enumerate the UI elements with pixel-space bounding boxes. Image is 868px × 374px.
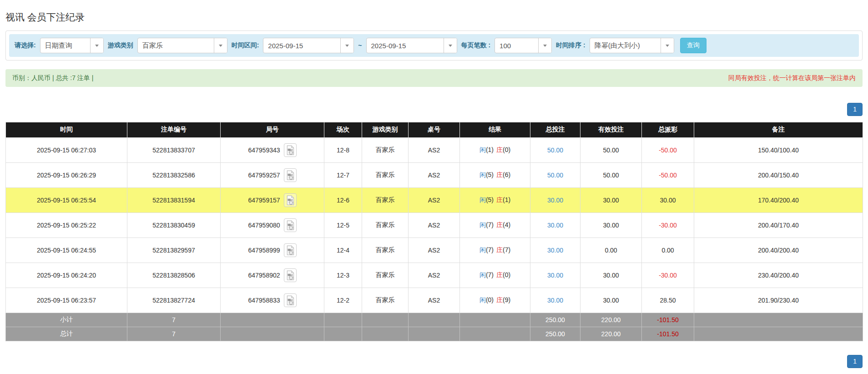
result-player-label: 闲	[479, 296, 486, 303]
cell-remark: 230.40/200.40	[694, 263, 863, 288]
search-button[interactable]: 查询	[680, 38, 707, 53]
bet-records-table: 时间 注单编号 局号 场次 游戏类别 桌号 结果 总投注 有效投注 总派彩 备注…	[5, 122, 863, 341]
result-banker-count: (1)	[503, 196, 510, 203]
video-file-icon	[286, 270, 295, 281]
date-from-select[interactable]: 2025-09-15	[263, 38, 354, 53]
round-id-text: 647958833	[248, 297, 280, 304]
cell-bet-id: 522813828506	[127, 263, 221, 288]
cell-bet-id: 522813832586	[127, 162, 221, 187]
round-id-text: 647958902	[248, 272, 280, 279]
total-bet-link[interactable]: 50.00	[547, 147, 563, 154]
cell-remark: 201.90/230.40	[694, 288, 863, 313]
cell-session: 12-3	[324, 263, 362, 288]
cell-table-id: AS2	[409, 263, 460, 288]
result-player-count: (5)	[486, 196, 494, 203]
cell-bet-id: 522813827724	[127, 288, 221, 313]
cell-round-id: 647959157	[221, 187, 324, 212]
cell-result: 闲(5)庄(6)	[460, 162, 530, 187]
cell-time: 2025-09-15 06:26:29	[6, 162, 127, 187]
cell-payout: -50.00	[642, 162, 694, 187]
cell-table-id: AS2	[409, 187, 460, 212]
video-replay-button[interactable]	[284, 243, 297, 257]
result-player-count: (0)	[486, 296, 494, 303]
result-player-count: (1)	[486, 146, 494, 153]
cell-valid-bet: 50.00	[580, 137, 642, 162]
video-replay-button[interactable]	[284, 218, 297, 232]
cell-valid-bet: 30.00	[580, 263, 642, 288]
game-type-label: 游戏类别	[108, 41, 133, 50]
video-file-icon	[286, 170, 295, 181]
summary-currency-count: 币别：人民币 | 总共 :7 注单 |	[12, 74, 93, 82]
total-bet-link[interactable]: 50.00	[547, 172, 563, 179]
subtotal-label: 小计	[6, 313, 127, 327]
pagination-page-1[interactable]: 1	[847, 355, 863, 368]
date-from-value: 2025-09-15	[263, 38, 340, 53]
pagination-page-1[interactable]: 1	[847, 103, 863, 116]
header-time: 时间	[6, 122, 127, 137]
cell-game-type: 百家乐	[362, 187, 409, 212]
result-banker-count: (4)	[503, 221, 510, 228]
cell-valid-bet: 0.00	[580, 238, 642, 263]
cell-table-id: AS2	[409, 162, 460, 187]
video-replay-button[interactable]	[284, 168, 297, 182]
round-id-text: 647958999	[248, 247, 280, 254]
cell-game-type: 百家乐	[362, 212, 409, 238]
result-banker-label: 庄	[496, 296, 503, 303]
table-row: 2025-09-15 06:26:29 522813832586 6479592…	[6, 162, 863, 187]
cell-bet-id: 522813833707	[127, 137, 221, 162]
chevron-down-icon	[661, 38, 674, 53]
table-row: 2025-09-15 06:27:03 522813833707 6479593…	[6, 137, 863, 162]
result-banker-count: (0)	[503, 271, 510, 278]
pagination-top: 1	[5, 103, 863, 116]
total-bet-link[interactable]: 30.00	[547, 197, 563, 204]
cell-time: 2025-09-15 06:23:57	[6, 288, 127, 313]
table-header-row: 时间 注单编号 局号 场次 游戏类别 桌号 结果 总投注 有效投注 总派彩 备注	[6, 122, 863, 137]
cell-remark: 200.40/200.40	[694, 238, 863, 263]
cell-bet-id: 522813829597	[127, 238, 221, 263]
video-replay-button[interactable]	[284, 143, 297, 157]
total-bet-link[interactable]: 30.00	[547, 247, 563, 254]
date-to-value: 2025-09-15	[367, 38, 444, 53]
date-to-select[interactable]: 2025-09-15	[366, 38, 457, 53]
result-player-label: 闲	[479, 246, 486, 253]
table-row: 2025-09-15 06:23:57 522813827724 6479588…	[6, 288, 863, 313]
mode-select[interactable]: 日期查询	[40, 38, 104, 53]
game-type-select[interactable]: 百家乐	[137, 38, 227, 53]
total-bet-link[interactable]: 30.00	[547, 272, 563, 279]
subtotal-payout: -101.50	[642, 313, 694, 327]
cell-remark: 150.40/100.40	[694, 137, 863, 162]
result-banker-count: (7)	[503, 246, 510, 253]
video-file-icon	[286, 195, 295, 206]
filter-panel: 请选择: 日期查询 游戏类别 百家乐 时间区间: 2025-09-15 ~ 20…	[5, 30, 863, 61]
cell-valid-bet: 30.00	[580, 212, 642, 238]
result-player-count: (7)	[486, 271, 494, 278]
round-id-text: 647959343	[248, 147, 280, 154]
header-session: 场次	[324, 122, 362, 137]
video-replay-button[interactable]	[284, 293, 297, 307]
cell-bet-id: 522813830459	[127, 212, 221, 238]
cell-payout: 30.00	[642, 187, 694, 212]
table-row: 2025-09-15 06:25:54 522813831594 6479591…	[6, 187, 863, 212]
per-page-select[interactable]: 100	[495, 38, 552, 53]
total-bet-link[interactable]: 30.00	[547, 297, 563, 304]
round-id-text: 647959080	[248, 222, 280, 229]
cell-total-bet: 50.00	[530, 137, 580, 162]
video-replay-button[interactable]	[284, 193, 297, 207]
video-replay-button[interactable]	[284, 268, 297, 282]
filter-bar: 请选择: 日期查询 游戏类别 百家乐 时间区间: 2025-09-15 ~ 20…	[9, 34, 859, 57]
cell-time: 2025-09-15 06:24:20	[6, 263, 127, 288]
result-banker-count: (0)	[503, 146, 510, 153]
total-bet-link[interactable]: 30.00	[547, 222, 563, 229]
result-player-count: (5)	[486, 171, 494, 178]
cell-game-type: 百家乐	[362, 162, 409, 187]
result-banker-count: (6)	[503, 171, 510, 178]
cell-session: 12-7	[324, 162, 362, 187]
result-player-count: (7)	[486, 246, 494, 253]
cell-result: 闲(5)庄(1)	[460, 187, 530, 212]
cell-valid-bet: 30.00	[580, 288, 642, 313]
time-sort-select[interactable]: 降幂(由大到小)	[590, 38, 674, 53]
cell-payout: 0.00	[642, 238, 694, 263]
chevron-down-icon	[340, 38, 353, 53]
cell-payout: -50.00	[642, 137, 694, 162]
cell-total-bet: 30.00	[530, 187, 580, 212]
